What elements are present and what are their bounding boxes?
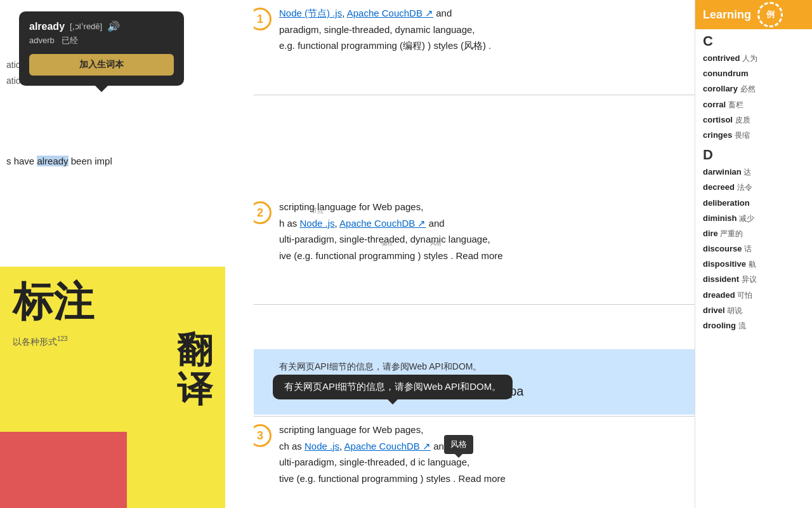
vocab-item[interactable]: cringes 畏缩	[695, 128, 812, 143]
red-corner-decoration	[0, 432, 127, 508]
vocab-item[interactable]: dissident 异议	[695, 272, 812, 287]
speaker-icon[interactable]: 🔊	[107, 20, 120, 32]
feature-sup: 123	[57, 335, 68, 342]
popup-word: already	[29, 21, 65, 32]
couchdb-link-1[interactable]: Apache CouchDB ↗	[347, 8, 433, 18]
section-2-multi: ulti-paradigm, single-threaded, dynamic …	[279, 231, 690, 248]
vocab-item[interactable]: corollary 必然	[695, 81, 812, 97]
couchdb-link-2[interactable]: Apache CouchDB ↗	[339, 218, 426, 229]
section-wrapper-1: 1 Node (节点) .js, Apache CouchDB ↗ and pa…	[261, 5, 690, 54]
blue-tooltip-text: 有关网页API细节的信息，请参阅Web API和DOM。	[279, 359, 690, 373]
vocab-item[interactable]: dire 严重的	[695, 226, 812, 241]
feature-title-3: 译	[177, 370, 213, 409]
vocab-section-d-letter: D	[695, 143, 812, 164]
vocab-d-list: darwinian 达decreed 法令deliberation dimini…	[695, 164, 812, 333]
section-2-links: h as 节点 Node .js , Apache CouchDB ↗ and	[279, 215, 690, 232]
left-text-have: have	[14, 156, 37, 166]
vocab-item[interactable]: discourse 话	[695, 241, 812, 257]
left-panel: already [ˌɔlˈredē] 🔊 adverb 已经 加入生词本 ati…	[0, 0, 254, 508]
styles-annot-2: 风格 styles	[424, 248, 448, 264]
node-link-2[interactable]: Node .js	[300, 218, 335, 229]
section-3-multi: ulti-paradigm, single-threaded, d 风格 ic …	[279, 454, 690, 471]
vocab-item[interactable]: corral 畜栏	[695, 97, 812, 112]
content-section-1: 1 Node (节点) .js, Apache CouchDB ↗ and pa…	[254, 0, 698, 95]
section-2-scripting: scripting language for Web pages,	[279, 199, 690, 215]
fengge-tooltip: 风格	[444, 435, 473, 454]
word-popup-subtitle: adverb 已经	[29, 35, 174, 46]
feature-title-1: 标注	[13, 279, 94, 324]
section-3-links: ch as Node .js, Apache CouchDB ↗ and	[279, 438, 690, 455]
highlighted-already: already	[37, 156, 68, 166]
feature-label: 以各种形式123	[13, 335, 68, 348]
vocab-item[interactable]: dispositive 鼽	[695, 257, 812, 272]
vocab-item[interactable]: drivel 胡说	[695, 303, 812, 318]
translation-tooltip-text: 有关网页API细节的信息，请参阅Web API和DOM。	[284, 381, 501, 392]
circle-number-3: 3	[254, 424, 272, 447]
learning-label: Learning	[703, 8, 751, 22]
programming-annot-2: 编程 programming	[359, 248, 415, 264]
fengge-annot: 风格	[430, 239, 442, 248]
node-link-3[interactable]: Node .js	[304, 441, 339, 451]
right-panel-header: Learning 例	[695, 0, 812, 29]
vocab-item[interactable]: drooling 流	[695, 318, 812, 333]
content-section-3: 3 scripting language for Web pages, ch a…	[254, 416, 698, 508]
couchdb-link-3[interactable]: Apache CouchDB ↗	[344, 441, 431, 451]
right-vocab-panel: Learning 例 C contrived 人为conundrum corol…	[695, 0, 812, 508]
feature-title-2: 翻	[177, 330, 213, 370]
circle-number-2: 2	[254, 201, 272, 224]
section-1-eg: e.g. functional programming (编程) ) style…	[279, 37, 690, 54]
vocab-item[interactable]: darwinian 达	[695, 164, 812, 180]
vocab-item[interactable]: dreaded 可怕	[695, 288, 812, 303]
section-wrapper-3: 3 scripting language for Web pages, ch a…	[261, 422, 690, 486]
word-popup: already [ˌɔlˈredē] 🔊 adverb 已经 加入生词本	[19, 11, 184, 86]
vocab-item[interactable]: decreed 法令	[695, 180, 812, 195]
content-section-2: 2 scripting language for Web pages, h as…	[254, 194, 698, 305]
example-label: 例	[766, 9, 775, 20]
left-text-suffix: been impl	[71, 156, 112, 166]
section-2-and: and	[429, 218, 445, 229]
yellow-feature-panel: 标注 以各种形式123 翻 译	[0, 267, 225, 508]
example-circle: 例	[757, 2, 783, 27]
main-content-area: 1 Node (节点) .js, Apache CouchDB ↗ and pa…	[254, 0, 698, 508]
section-wrapper-2: 2 scripting language for Web pages, h as…	[261, 199, 690, 264]
add-vocab-button[interactable]: 加入生词本	[29, 54, 174, 76]
vocab-item[interactable]: deliberation	[695, 196, 812, 211]
node-link-1[interactable]: Node (节点) .js	[279, 8, 342, 18]
vocab-c-list: contrived 人为conundrum corollary 必然corral…	[695, 51, 812, 143]
circle-number-1: 1	[254, 8, 272, 30]
left-text-s: s	[6, 156, 11, 166]
feature-subtitle-row: 以各种形式123	[13, 335, 177, 348]
section-2-ive: ive (e.g. functional 编程 programming ) 风格…	[279, 248, 690, 264]
biancheng-annot: 编程	[381, 239, 393, 248]
node-ruby-2: 节点 Node .js	[300, 215, 335, 232]
section-1-text: Node (节点) .js, Apache CouchDB ↗ and	[279, 5, 690, 22]
vocab-item[interactable]: conundrum	[695, 66, 812, 81]
ruby-jiedian: 节点	[311, 205, 324, 216]
vocab-item[interactable]: cortisol 皮质	[695, 112, 812, 128]
word-popup-title: already [ˌɔlˈredē] 🔊	[29, 20, 174, 32]
popup-pronunciation: [ˌɔlˈredē]	[70, 22, 102, 31]
section-3-ive: tive (e.g. functional programming ) styl…	[279, 471, 690, 487]
section-1-paradigm: paradigm, single-threaded, dynamic langu…	[279, 22, 690, 38]
vocab-item[interactable]: contrived 人为	[695, 51, 812, 66]
vocab-item[interactable]: diminish 减少	[695, 211, 812, 226]
vocab-section-c-letter: C	[695, 29, 812, 51]
translation-tooltip: 有关网页API细节的信息，请参阅Web API和DOM。	[273, 375, 513, 399]
section-1-and: and	[436, 8, 452, 18]
section-3-scripting: scripting language for Web pages,	[279, 422, 690, 438]
